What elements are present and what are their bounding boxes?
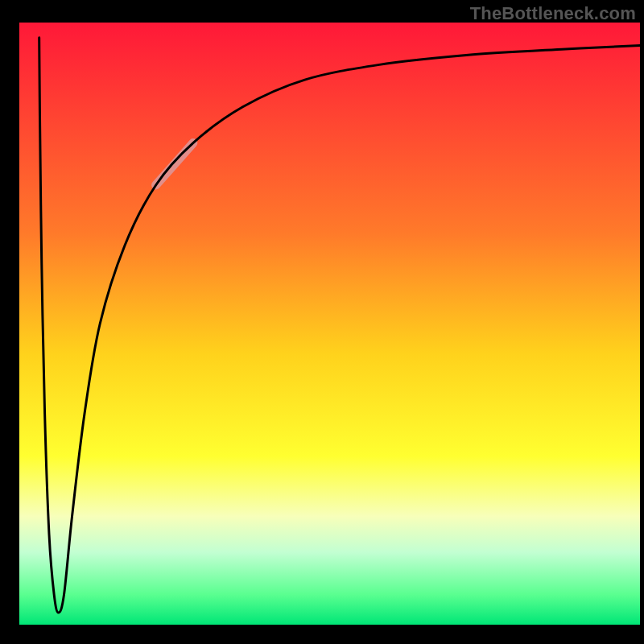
watermark-text: TheBottleneck.com (470, 3, 636, 24)
plot-background (19, 23, 640, 625)
bottleneck-chart (0, 0, 644, 644)
chart-root: TheBottleneck.com (0, 0, 644, 644)
